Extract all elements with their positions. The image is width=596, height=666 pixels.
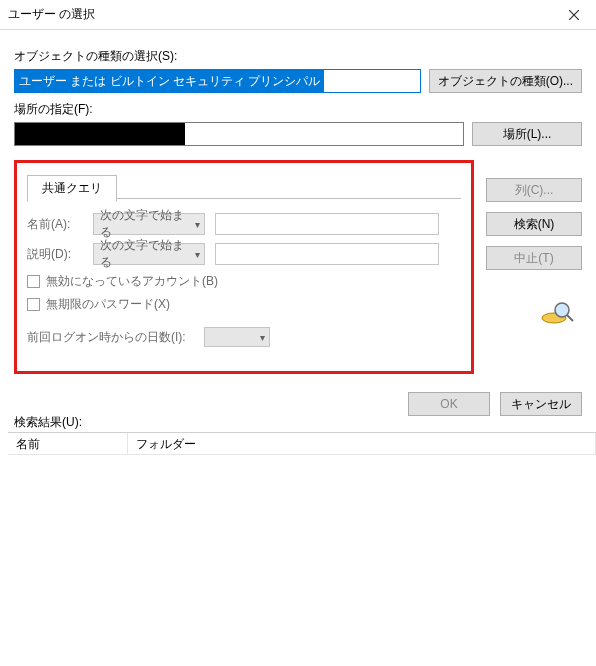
stop-button[interactable]: 中止(T) [486,246,582,270]
object-type-value: ユーザー または ビルトイン セキュリティ プリンシパル [15,70,324,92]
results-header: 名前 フォルダー [8,433,596,455]
desc-match-combo[interactable]: 次の文字で始まる ▾ [93,243,205,265]
titlebar: ユーザー の選択 [0,0,596,30]
tab-common-query[interactable]: 共通クエリ [27,175,117,202]
close-button[interactable] [552,0,596,30]
chevron-down-icon: ▾ [260,332,265,343]
desc-match-value: 次の文字で始まる [100,237,195,271]
nonexpiring-pw-label: 無期限のパスワード(X) [46,296,170,313]
columns-button[interactable]: 列(C)... [486,178,582,202]
object-types-button[interactable]: オブジェクトの種類(O)... [429,69,582,93]
object-type-field[interactable]: ユーザー または ビルトイン セキュリティ プリンシパル [14,69,421,93]
tabstrip: 共通クエリ [27,175,461,199]
chevron-down-icon: ▾ [195,219,200,230]
days-since-logon-label: 前回ログオン時からの日数(I): [27,329,186,346]
location-field[interactable] [14,122,464,146]
common-query-panel: 共通クエリ 名前(A): 次の文字で始まる ▾ 説明(D): 次の文字で始まる … [14,160,474,374]
nonexpiring-pw-checkbox[interactable] [27,298,40,311]
desc-input[interactable] [215,243,439,265]
find-icon [540,300,574,329]
window-title: ユーザー の選択 [8,6,552,23]
locations-button[interactable]: 場所(L)... [472,122,582,146]
cancel-button[interactable]: キャンセル [500,392,582,416]
results-body[interactable] [8,455,596,666]
col-folder[interactable]: フォルダー [128,433,596,454]
chevron-down-icon: ▾ [195,249,200,260]
disabled-accounts-label: 無効になっているアカウント(B) [46,273,218,290]
svg-line-4 [567,315,573,321]
disabled-accounts-checkbox[interactable] [27,275,40,288]
name-match-value: 次の文字で始まる [100,207,195,241]
desc-label: 説明(D): [27,246,83,263]
dialog-buttons: OK キャンセル [408,392,582,416]
svg-point-3 [555,303,569,317]
right-button-column: 列(C)... 検索(N) 中止(T) [486,178,582,270]
close-icon [569,10,579,20]
results-label: 検索結果(U): [14,414,82,431]
location-value-redacted [15,123,185,145]
results-grid: 名前 フォルダー [8,432,596,666]
name-match-combo[interactable]: 次の文字で始まる ▾ [93,213,205,235]
ok-button[interactable]: OK [408,392,490,416]
object-type-label: オブジェクトの種類の選択(S): [14,48,582,65]
name-input[interactable] [215,213,439,235]
search-button[interactable]: 検索(N) [486,212,582,236]
days-since-logon-combo[interactable]: ▾ [204,327,270,347]
name-label: 名前(A): [27,216,83,233]
col-name[interactable]: 名前 [8,433,128,454]
location-label: 場所の指定(F): [14,101,582,118]
